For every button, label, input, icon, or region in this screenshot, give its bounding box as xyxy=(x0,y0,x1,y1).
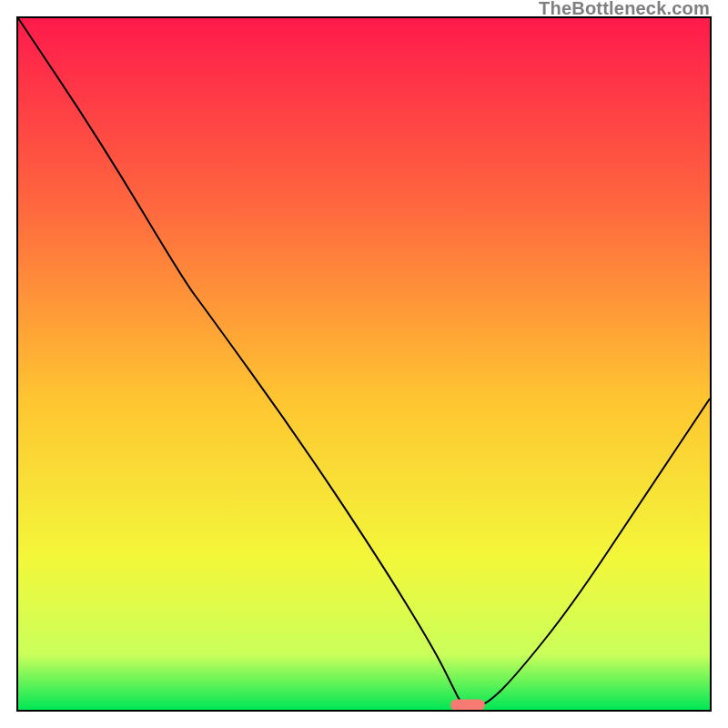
bottleneck-chart: TheBottleneck.com xyxy=(0,0,728,728)
optimum-marker xyxy=(18,18,710,710)
svg-rect-1 xyxy=(450,700,485,710)
plot-area xyxy=(16,16,712,712)
